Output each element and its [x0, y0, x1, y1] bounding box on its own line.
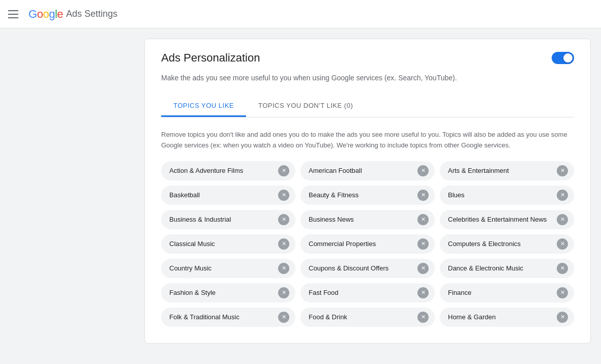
- tab-topics-you-like[interactable]: TOPICS YOU LIKE: [161, 96, 246, 117]
- topic-chip[interactable]: Beauty & Fitness: [300, 186, 435, 205]
- topic-chip[interactable]: Action & Adventure Films: [161, 161, 295, 180]
- topic-chip-label: Business News: [309, 216, 413, 223]
- topic-chip-label: Fast Food: [309, 289, 413, 296]
- topic-chip-remove-button[interactable]: [278, 165, 289, 176]
- topic-chip-label: Home & Garden: [448, 313, 553, 321]
- topic-chip-remove-button[interactable]: [557, 312, 568, 323]
- tabs-container: TOPICS YOU LIKE TOPICS YOU DON'T LIKE (0…: [161, 96, 574, 117]
- topic-chip[interactable]: Business & Industrial: [161, 210, 295, 229]
- topic-chip[interactable]: Home & Garden: [440, 308, 574, 327]
- topic-chip-label: Computers & Electronics: [448, 240, 553, 248]
- topic-chip-remove-button[interactable]: [417, 190, 429, 201]
- topic-chip-remove-button[interactable]: [557, 287, 568, 298]
- topic-chip[interactable]: Classical Music: [161, 234, 295, 254]
- topic-chip-label: Fashion & Style: [169, 289, 274, 296]
- topic-chip-remove-button[interactable]: [417, 312, 429, 323]
- topic-chip[interactable]: Finance: [440, 283, 574, 302]
- header-title: Ads Settings: [66, 9, 117, 19]
- topic-chip-label: Blues: [448, 191, 553, 199]
- topic-chip-label: Commercial Properties: [309, 240, 413, 248]
- topic-chip[interactable]: Commercial Properties: [300, 234, 435, 254]
- topic-chip[interactable]: Dance & Electronic Music: [440, 259, 574, 278]
- topic-chip-remove-button[interactable]: [417, 214, 429, 225]
- menu-button[interactable]: [8, 8, 20, 20]
- google-logo: Google: [28, 8, 63, 21]
- topic-chip-remove-button[interactable]: [278, 238, 289, 250]
- app-header: Google Ads Settings: [0, 0, 601, 28]
- card-description: Make the ads you see more useful to you …: [161, 73, 574, 83]
- topic-chip[interactable]: Business News: [300, 210, 435, 229]
- toggle-thumb: [563, 53, 573, 63]
- topic-chip-label: Basketball: [169, 191, 274, 199]
- topic-chip[interactable]: Celebrities & Entertainment News: [440, 210, 574, 229]
- topic-chip-label: Country Music: [169, 264, 274, 272]
- topic-chip-label: Action & Adventure Films: [169, 167, 274, 174]
- topic-chip[interactable]: Folk & Traditional Music: [161, 308, 295, 327]
- card-title: Ads Personalization: [161, 51, 260, 65]
- topic-chip[interactable]: American Football: [300, 161, 435, 180]
- topics-description: Remove topics you don't like and add one…: [161, 130, 574, 151]
- topic-chip-remove-button[interactable]: [557, 238, 568, 250]
- topic-chip-remove-button[interactable]: [278, 263, 289, 274]
- main-content: Ads Personalization Make the ads you see…: [134, 28, 601, 354]
- topic-chip[interactable]: Fast Food: [300, 283, 435, 302]
- personalization-toggle[interactable]: [552, 52, 574, 64]
- topic-chip-remove-button[interactable]: [557, 263, 568, 274]
- topic-chip-label: Food & Drink: [309, 313, 413, 321]
- topic-chip-remove-button[interactable]: [417, 238, 429, 250]
- topic-chip[interactable]: Country Music: [161, 259, 295, 278]
- topic-chip-remove-button[interactable]: [278, 287, 289, 298]
- topic-chip-label: Beauty & Fitness: [309, 191, 413, 199]
- topic-chip[interactable]: Basketball: [161, 186, 295, 205]
- topic-chip-label: American Football: [309, 167, 413, 174]
- topic-chip-remove-button[interactable]: [278, 214, 289, 225]
- ads-personalization-card: Ads Personalization Make the ads you see…: [144, 39, 591, 344]
- topic-chip[interactable]: Computers & Electronics: [440, 234, 574, 254]
- topic-chip-label: Business & Industrial: [169, 216, 274, 223]
- topic-chip-remove-button[interactable]: [557, 214, 568, 225]
- topic-chip-label: Finance: [448, 289, 553, 296]
- topic-chip-remove-button[interactable]: [557, 165, 568, 176]
- topic-chip[interactable]: Fashion & Style: [161, 283, 295, 302]
- topic-chip-remove-button[interactable]: [557, 190, 568, 201]
- topic-chip[interactable]: Food & Drink: [300, 308, 435, 327]
- toggle-track: [552, 52, 574, 64]
- topic-chip-label: Classical Music: [169, 240, 274, 248]
- topic-chip-label: Dance & Electronic Music: [448, 264, 553, 272]
- topic-chip[interactable]: Coupons & Discount Offers: [300, 259, 435, 278]
- topic-chip-remove-button[interactable]: [278, 312, 289, 323]
- topic-chip-remove-button[interactable]: [417, 287, 429, 298]
- card-header: Ads Personalization: [161, 51, 574, 65]
- topic-chip-label: Folk & Traditional Music: [169, 313, 274, 321]
- topics-grid: Action & Adventure FilmsAmerican Footbal…: [161, 161, 574, 327]
- topic-chip-remove-button[interactable]: [417, 165, 429, 176]
- tab-topics-you-dont-like[interactable]: TOPICS YOU DON'T LIKE (0): [246, 96, 365, 117]
- topic-chip-label: Arts & Entertainment: [448, 167, 553, 174]
- topic-chip[interactable]: Blues: [440, 186, 574, 205]
- topic-chip-remove-button[interactable]: [278, 190, 289, 201]
- topic-chip-label: Coupons & Discount Offers: [309, 264, 413, 272]
- topic-chip-remove-button[interactable]: [417, 263, 429, 274]
- topic-chip[interactable]: Arts & Entertainment: [440, 161, 574, 180]
- topic-chip-label: Celebrities & Entertainment News: [448, 216, 553, 223]
- sidebar: [0, 28, 134, 354]
